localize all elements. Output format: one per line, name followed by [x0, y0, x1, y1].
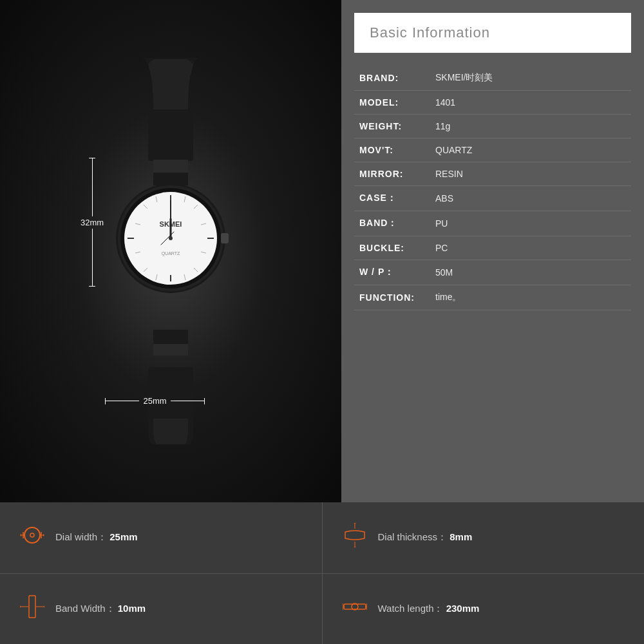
svg-marker-51 — [44, 605, 44, 608]
dial-thickness-value: 8mm — [450, 531, 472, 542]
spec-value-5: ABS — [435, 193, 453, 204]
dim-25mm-container: 25mm — [105, 396, 205, 406]
info-panel: Basic Information BRAND: SKMEI/时刻美 MODEL… — [341, 0, 644, 502]
band-width-icon — [19, 594, 45, 623]
dim-line-h2 — [171, 401, 204, 401]
spec-value-0: SKMEI/时刻美 — [435, 72, 493, 84]
spec-label-6: BAND： — [359, 218, 430, 229]
watch-length-label: Watch length： — [378, 603, 444, 614]
svg-marker-45 — [354, 523, 356, 524]
band-width-cell: Band Width： 10mm — [0, 574, 323, 645]
spec-row-9: FUNCTION: time。 — [354, 285, 631, 310]
dial-thickness-icon — [342, 523, 368, 552]
svg-marker-46 — [354, 547, 356, 547]
bottom-row-2: Band Width： 10mm Watch length： 230mm — [0, 574, 644, 645]
info-title: Basic Information — [370, 24, 490, 41]
spec-row-0: BRAND: SKMEI/时刻美 — [354, 66, 631, 91]
watch-area: 32mm — [0, 0, 341, 502]
spec-label-8: W / P： — [359, 267, 430, 278]
bottom-bar: Dial width： 25mm Dial thickness： 8mm — [0, 502, 644, 644]
watch-container: 32mm — [74, 45, 267, 444]
spec-label-1: MODEL: — [359, 97, 430, 108]
svg-rect-0 — [148, 109, 193, 161]
band-width-label: Band Width： — [55, 603, 115, 614]
svg-point-34 — [30, 533, 34, 537]
dial-width-text: Dial width： 25mm — [55, 531, 138, 544]
svg-point-26 — [169, 236, 173, 240]
watch-length-value: 230mm — [446, 603, 480, 614]
dial-thickness-label: Dial thickness： — [378, 531, 448, 542]
svg-point-33 — [24, 527, 40, 543]
spec-row-5: CASE： ABS — [354, 186, 631, 211]
svg-marker-42 — [43, 534, 44, 536]
spec-list: BRAND: SKMEI/时刻美 MODEL: 1401 WEIGHT: 11g… — [354, 66, 631, 310]
dial-thickness-cell: Dial thickness： 8mm — [323, 502, 645, 573]
svg-rect-27 — [221, 233, 229, 243]
spec-label-9: FUNCTION: — [359, 292, 430, 303]
spec-value-2: 11g — [435, 121, 450, 131]
dial-width-label: Dial width： — [55, 531, 107, 542]
dial-width-value: 25mm — [109, 531, 137, 542]
svg-rect-32 — [153, 330, 188, 344]
svg-rect-52 — [344, 604, 366, 609]
spec-value-4: RESIN — [435, 169, 463, 179]
spec-row-3: MOV'T: QUARTZ — [354, 138, 631, 162]
spec-row-2: WEIGHT: 11g — [354, 115, 631, 138]
svg-text:QUARTZ: QUARTZ — [162, 251, 180, 256]
spec-value-1: 1401 — [435, 97, 455, 108]
dim-25mm-label: 25mm — [139, 396, 170, 406]
spec-row-4: MIRROR: RESIN — [354, 162, 631, 186]
watch-length-icon — [342, 594, 368, 623]
spec-value-3: QUARTZ — [435, 145, 472, 155]
bottom-row-1: Dial width： 25mm Dial thickness： 8mm — [0, 502, 644, 574]
watch-length-text: Watch length： 230mm — [378, 603, 480, 615]
svg-marker-41 — [20, 534, 21, 536]
spec-label-2: WEIGHT: — [359, 121, 430, 131]
main-section: 32mm — [0, 0, 644, 502]
info-title-box: Basic Information — [354, 13, 631, 53]
band-width-value: 10mm — [118, 603, 146, 614]
watch-image: SKMEI QUARTZ — [87, 58, 254, 444]
svg-marker-50 — [20, 605, 21, 608]
svg-rect-47 — [29, 596, 35, 618]
spec-label-5: CASE： — [359, 193, 430, 204]
spec-label-0: BRAND: — [359, 73, 430, 83]
dim-tick-right — [204, 398, 205, 404]
spec-value-8: 50M — [435, 267, 453, 278]
spec-value-6: PU — [435, 218, 448, 229]
spec-row-6: BAND： PU — [354, 211, 631, 236]
svg-rect-31 — [153, 173, 188, 185]
spec-label-3: MOV'T: — [359, 145, 430, 155]
svg-rect-29 — [153, 160, 188, 174]
dial-width-cell: Dial width： 25mm — [0, 502, 323, 573]
spec-label-7: BUCKLE: — [359, 243, 430, 253]
dial-width-icon — [19, 523, 45, 552]
dim-line-h — [106, 401, 139, 401]
svg-rect-28 — [148, 367, 193, 419]
spec-value-9: time。 — [435, 292, 461, 303]
spec-row-8: W / P： 50M — [354, 260, 631, 285]
spec-row-1: MODEL: 1401 — [354, 91, 631, 115]
watch-length-cell: Watch length： 230mm — [323, 574, 645, 645]
spec-row-7: BUCKLE: PC — [354, 236, 631, 260]
band-width-text: Band Width： 10mm — [55, 603, 146, 615]
spec-value-7: PC — [435, 243, 448, 253]
dial-thickness-text: Dial thickness： 8mm — [378, 531, 473, 544]
spec-label-4: MIRROR: — [359, 169, 430, 179]
